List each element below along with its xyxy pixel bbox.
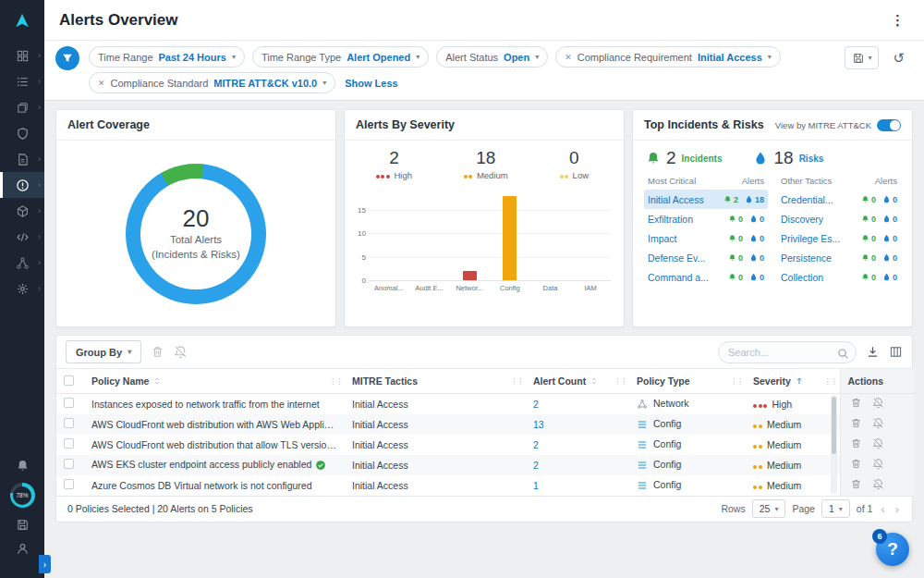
kebab-menu-icon[interactable]: ⋮ bbox=[886, 12, 909, 29]
table-row[interactable]: AWS CloudFront web distribution with AWS… bbox=[56, 414, 914, 435]
tactic-row-defense-ev[interactable]: Defense Ev... 00 bbox=[644, 248, 768, 267]
page-select[interactable]: 1▾ bbox=[821, 499, 850, 518]
remediate-button[interactable] bbox=[850, 478, 862, 490]
alert-count-link[interactable]: 2 bbox=[533, 399, 539, 410]
sidebar-item-gear[interactable]: › bbox=[0, 276, 44, 301]
table-scrollbar[interactable] bbox=[831, 395, 837, 494]
table-row[interactable]: AWS EKS cluster endpoint access publicly… bbox=[56, 455, 914, 475]
remove-filter-icon[interactable]: ✕ bbox=[565, 53, 572, 62]
delete-button[interactable] bbox=[151, 345, 164, 359]
filter-chip-value[interactable]: MITRE ATT&CK v10.0 bbox=[213, 78, 317, 89]
column-drag-handle[interactable]: ⋮⋮ bbox=[824, 377, 837, 386]
tactic-link[interactable]: Privilege Es... bbox=[781, 233, 840, 244]
table-row[interactable]: AWS CloudFront web distribution that all… bbox=[56, 435, 914, 455]
show-less-link[interactable]: Show Less bbox=[345, 78, 397, 89]
sidebar-item-shield[interactable] bbox=[0, 120, 44, 146]
save-button[interactable] bbox=[16, 518, 30, 532]
filter-chip-time-range[interactable]: Time RangePast 24 Hours▾ bbox=[89, 46, 245, 68]
tactic-link[interactable]: Impact bbox=[648, 233, 677, 244]
filter-chip-value[interactable]: Past 24 Hours bbox=[159, 52, 226, 63]
prev-page-button[interactable]: ‹ bbox=[879, 502, 886, 516]
filter-chip-value[interactable]: Initial Access bbox=[698, 52, 762, 63]
help-button[interactable]: ? 6 bbox=[876, 533, 909, 566]
tactic-row-discovery[interactable]: Discovery 00 bbox=[777, 209, 901, 228]
filter-button[interactable] bbox=[55, 46, 79, 70]
row-checkbox[interactable] bbox=[64, 479, 74, 489]
column-header-mitre-tactics[interactable]: MITRE Tactics⋮⋮ bbox=[345, 369, 526, 394]
dismiss-alerts-button[interactable] bbox=[174, 345, 188, 359]
tactic-row-initial-access[interactable]: Initial Access 218 bbox=[644, 190, 768, 209]
tactic-row-persistence[interactable]: Persistence 00 bbox=[777, 248, 901, 267]
mitre-toggle[interactable] bbox=[877, 119, 901, 131]
dismiss-alert-button[interactable] bbox=[872, 397, 884, 409]
remediate-button[interactable] bbox=[850, 397, 862, 409]
row-checkbox[interactable] bbox=[64, 418, 74, 428]
dismiss-alert-button[interactable] bbox=[872, 458, 884, 470]
row-checkbox[interactable] bbox=[64, 459, 74, 469]
row-checkbox[interactable] bbox=[64, 438, 74, 449]
column-drag-handle[interactable]: ⋮⋮ bbox=[329, 377, 342, 386]
alert-count-link[interactable]: 13 bbox=[533, 419, 544, 430]
bar[interactable] bbox=[463, 271, 477, 280]
tactic-link[interactable]: Discovery bbox=[781, 214, 823, 225]
dismiss-alert-button[interactable] bbox=[872, 417, 884, 429]
column-header-alert-count[interactable]: Alert Count⋮⋮ bbox=[526, 369, 629, 394]
remediate-button[interactable] bbox=[850, 437, 862, 449]
alert-count-link[interactable]: 1 bbox=[533, 480, 539, 491]
sidebar-item-grid[interactable]: › bbox=[0, 43, 44, 68]
filter-chip-time-range-type[interactable]: Time Range TypeAlert Opened▾ bbox=[252, 46, 429, 68]
table-row[interactable]: Instances exposed to network traffic fro… bbox=[56, 394, 914, 414]
tactic-link[interactable]: Persistence bbox=[781, 252, 832, 264]
reset-filters-button[interactable]: ↺ bbox=[886, 46, 911, 69]
table-row[interactable]: Azure Cosmos DB Virtual network is not c… bbox=[56, 475, 914, 496]
filter-chip-compliance-standard[interactable]: ✕Compliance StandardMITRE ATT&CK v10.0▾ bbox=[89, 72, 335, 93]
tactic-link[interactable]: Initial Access bbox=[648, 194, 704, 205]
sidebar-item-alert[interactable]: › bbox=[0, 172, 44, 198]
column-header-policy-type[interactable]: Policy Type⋮⋮ bbox=[629, 369, 746, 394]
expand-sidebar-button[interactable]: › bbox=[39, 555, 51, 573]
sidebar-item-layers[interactable]: › bbox=[0, 94, 44, 120]
remediate-button[interactable] bbox=[850, 417, 862, 429]
remove-filter-icon[interactable]: ✕ bbox=[98, 79, 105, 88]
sidebar-item-report[interactable]: › bbox=[0, 146, 44, 172]
column-drag-handle[interactable]: ⋮⋮ bbox=[614, 377, 626, 386]
column-header-policy-name[interactable]: Policy Name⋮⋮ bbox=[84, 369, 345, 394]
filter-chip-value[interactable]: Alert Opened bbox=[346, 52, 410, 63]
rows-per-page-select[interactable]: 25▾ bbox=[752, 499, 786, 518]
tactic-row-command-a[interactable]: Command a... 00 bbox=[644, 267, 768, 287]
tactic-row-credential[interactable]: Credential... 00 bbox=[777, 190, 901, 209]
column-drag-handle[interactable]: ⋮⋮ bbox=[730, 377, 743, 386]
row-checkbox[interactable] bbox=[64, 398, 74, 408]
save-filter-button[interactable]: ▾ bbox=[845, 46, 879, 69]
user-profile-button[interactable] bbox=[16, 542, 30, 556]
filter-chip-value[interactable]: Open bbox=[504, 52, 529, 63]
alert-count-link[interactable]: 2 bbox=[533, 439, 539, 450]
app-logo[interactable] bbox=[0, 0, 44, 43]
tactic-link[interactable]: Command a... bbox=[648, 272, 709, 283]
tactic-link[interactable]: Defense Ev... bbox=[648, 252, 705, 264]
dismiss-alert-button[interactable] bbox=[872, 478, 884, 490]
filter-chip-compliance-requirement[interactable]: ✕Compliance RequirementInitial Access▾ bbox=[555, 46, 781, 68]
tactic-row-exfiltration[interactable]: Exfiltration 00 bbox=[644, 209, 768, 228]
bar[interactable] bbox=[503, 196, 517, 280]
column-settings-button[interactable] bbox=[889, 345, 903, 359]
column-header-severity[interactable]: Severity⋮⋮ bbox=[746, 369, 840, 394]
download-button[interactable] bbox=[866, 345, 880, 359]
notifications-bell-button[interactable] bbox=[16, 459, 30, 473]
sidebar-item-list[interactable]: › bbox=[0, 68, 44, 94]
coverage-donut-chart[interactable]: 20 Total Alerts (Incidents & Risks) bbox=[126, 164, 266, 304]
usage-ring[interactable]: 78% bbox=[10, 483, 35, 508]
tactic-link[interactable]: Exfiltration bbox=[648, 214, 693, 225]
tactic-link[interactable]: Credential... bbox=[781, 194, 833, 205]
tactic-row-collection[interactable]: Collection 00 bbox=[777, 267, 901, 287]
sidebar-item-code[interactable]: › bbox=[0, 224, 44, 250]
remediate-button[interactable] bbox=[850, 458, 862, 470]
dismiss-alert-button[interactable] bbox=[872, 437, 884, 449]
tactic-row-impact[interactable]: Impact 00 bbox=[644, 228, 768, 248]
column-drag-handle[interactable]: ⋮⋮ bbox=[510, 377, 523, 386]
group-by-button[interactable]: Group By ▾ bbox=[66, 340, 141, 363]
sidebar-item-graph[interactable]: › bbox=[0, 250, 44, 276]
tactic-link[interactable]: Collection bbox=[781, 272, 823, 283]
select-all-checkbox[interactable] bbox=[64, 375, 74, 386]
sidebar-item-cube[interactable]: › bbox=[0, 198, 44, 224]
